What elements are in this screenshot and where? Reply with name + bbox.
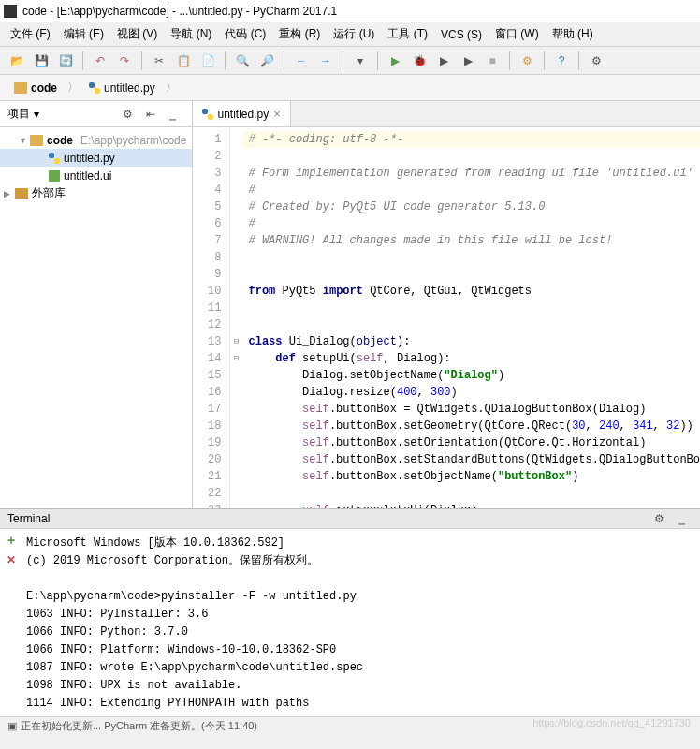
ui-file-icon <box>49 170 60 182</box>
tree-root-label: code <box>47 134 73 147</box>
debug-icon[interactable]: 🐞 <box>408 50 430 72</box>
project-panel-title: 项目 <box>7 106 30 122</box>
save-icon[interactable]: 💾 <box>30 50 52 72</box>
menu-item[interactable]: 代码 (C) <box>220 23 270 45</box>
stop-icon[interactable]: ■ <box>481 50 503 72</box>
python-icon <box>202 109 213 120</box>
redo-icon[interactable]: ↷ <box>113 50 136 72</box>
breadcrumb-file-label: untitled.py <box>104 81 155 95</box>
folder-icon <box>30 135 43 146</box>
replace-icon[interactable]: 🔎 <box>255 50 278 72</box>
collapse-icon[interactable]: ⇤ <box>139 103 162 125</box>
terminal-content[interactable]: Microsoft Windows [版本 10.0.18362.592] (c… <box>22 529 700 716</box>
coverage-icon[interactable]: ▶ <box>432 50 455 72</box>
fold-column[interactable]: ⊟⊟ <box>230 127 243 508</box>
menu-item[interactable]: 运行 (U) <box>328 23 379 45</box>
copy-icon[interactable]: 📋 <box>172 50 195 72</box>
undo-icon[interactable]: ↶ <box>89 50 111 72</box>
project-sidebar: 项目 ▾ ⚙ ⇤ ⎯ ▼ code E:\app\pycharm\code un… <box>0 101 193 508</box>
forward-icon[interactable]: → <box>314 50 337 72</box>
menu-item[interactable]: 工具 (T) <box>383 23 432 45</box>
menu-item[interactable]: 帮助 (H) <box>547 23 598 45</box>
menu-item[interactable]: 编辑 (E) <box>59 23 109 45</box>
menubar: 文件 (F)编辑 (E)视图 (V)导航 (N)代码 (C)重构 (R)运行 (… <box>0 22 700 47</box>
tree-external-libs[interactable]: ▶ 外部库 <box>0 184 192 202</box>
terminal-close-button[interactable]: ✕ <box>7 553 16 566</box>
code-editor[interactable]: 1234567891011121314151617181920212223 ⊟⊟… <box>193 127 701 508</box>
app-icon <box>4 5 17 18</box>
editor-tab-label: untitled.py <box>218 108 270 121</box>
find-icon[interactable]: 🔍 <box>231 50 254 72</box>
run-icon[interactable]: ▶ <box>384 50 406 72</box>
folder-icon <box>14 82 27 94</box>
menu-item[interactable]: 导航 (N) <box>166 23 216 45</box>
close-icon[interactable]: × <box>273 107 281 121</box>
menu-item[interactable]: 文件 (F) <box>6 23 55 45</box>
terminal-panel: + ✕ Microsoft Windows [版本 10.0.18362.592… <box>0 529 700 716</box>
sync-icon[interactable]: 🔄 <box>54 50 77 72</box>
back-icon[interactable]: ← <box>290 50 313 72</box>
editor-area: untitled.py × 12345678910111213141516171… <box>193 101 701 508</box>
hide-icon[interactable]: ⎯ <box>162 103 184 125</box>
tree-file-label: untitled.ui <box>64 169 111 183</box>
chevron-right-icon: 〉 <box>67 80 79 95</box>
hide-icon[interactable]: ⎯ <box>670 507 693 530</box>
python-icon <box>89 82 100 94</box>
line-gutter: 1234567891011121314151617181920212223 <box>193 127 230 508</box>
chevron-right-icon: 〉 <box>166 80 177 95</box>
menu-item[interactable]: 视图 (V) <box>112 23 162 45</box>
project-panel-header: 项目 ▾ ⚙ ⇤ ⎯ <box>0 101 192 127</box>
terminal-add-button[interactable]: + <box>7 533 15 548</box>
cut-icon[interactable]: ✂ <box>148 50 170 72</box>
tree-file-label: untitled.py <box>64 152 115 165</box>
terminal-title: Terminal <box>7 512 50 525</box>
breadcrumb-file[interactable]: untitled.py <box>80 79 164 97</box>
help-icon[interactable]: ? <box>550 50 573 72</box>
python-icon <box>49 153 60 164</box>
chevron-right-icon: ▶ <box>4 189 11 198</box>
menu-item[interactable]: 重构 (R) <box>274 23 325 45</box>
structure-icon[interactable]: ⚙ <box>516 50 538 72</box>
breadcrumb-folder-label: code <box>31 81 57 95</box>
statusbar: ▣ 正在初始化更新... PyCharm 准备更新。(今天 11:40) <box>0 716 700 735</box>
breadcrumb-folder[interactable]: code <box>6 79 66 97</box>
editor-tabs: untitled.py × <box>193 101 701 127</box>
tree-root-path: E:\app\pycharm\code <box>80 134 186 147</box>
profile-icon[interactable]: ▶ <box>457 50 479 72</box>
gear-icon[interactable]: ⚙ <box>648 507 670 530</box>
window-title: code - [E:\app\pycharm\code] - ...\untit… <box>22 5 337 18</box>
breadcrumb: code 〉 untitled.py 〉 <box>0 75 700 101</box>
terminal-header: Terminal ⚙ ⎯ <box>0 508 700 529</box>
open-icon[interactable]: 📂 <box>6 50 28 72</box>
run-config-icon[interactable]: ▾ <box>349 50 372 72</box>
menu-item[interactable]: VCS (S) <box>436 25 487 44</box>
library-icon <box>15 188 28 199</box>
tree-external-label: 外部库 <box>32 185 66 201</box>
tree-file-ui[interactable]: untitled.ui <box>0 167 192 184</box>
menu-item[interactable]: 窗口 (W) <box>490 23 544 45</box>
gear-icon[interactable]: ⚙ <box>117 103 139 125</box>
titlebar: code - [E:\app\pycharm\code] - ...\untit… <box>0 0 700 22</box>
code-content[interactable]: # -*- coding: utf-8 -*-# Form implementa… <box>243 127 701 508</box>
tree-file-py[interactable]: untitled.py <box>0 149 192 167</box>
chevron-down-icon: ▼ <box>19 136 26 145</box>
paste-icon[interactable]: 📄 <box>197 50 219 72</box>
terminal-side-controls: + ✕ <box>0 529 22 716</box>
toolbar: 📂 💾 🔄 ↶ ↷ ✂ 📋 📄 🔍 🔎 ← → ▾ ▶ 🐞 ▶ ▶ ■ ⚙ ? … <box>0 47 700 75</box>
tree-root[interactable]: ▼ code E:\app\pycharm\code <box>0 131 192 149</box>
status-text: 正在初始化更新... PyCharm 准备更新。(今天 11:40) <box>21 719 257 733</box>
project-tree: ▼ code E:\app\pycharm\code untitled.py u… <box>0 127 192 206</box>
editor-tab[interactable]: untitled.py × <box>193 101 291 126</box>
settings-icon[interactable]: ⚙ <box>585 50 607 72</box>
